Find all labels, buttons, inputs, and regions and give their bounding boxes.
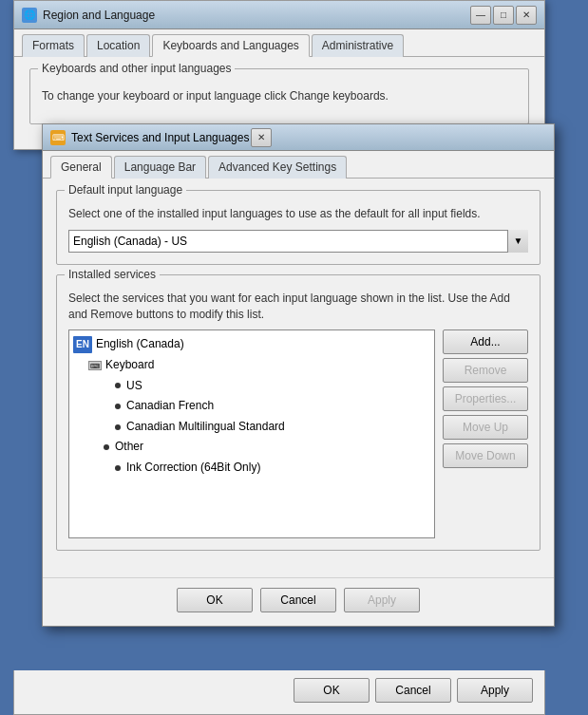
properties-button[interactable]: Properties...	[443, 386, 528, 411]
bullet-icon	[115, 465, 121, 471]
keyboard-icon: ⌨	[88, 361, 102, 370]
inner-content: Default input language Select one of the…	[43, 179, 554, 574]
bullet-icon	[115, 404, 121, 409]
installed-services-group: Installed services Select the services t…	[56, 274, 541, 552]
keyboards-group-box: Keyboards and other input languages To c…	[29, 68, 529, 124]
window-icon: 🌐	[22, 8, 37, 23]
tree-item-ink-correction[interactable]: Ink Correction (64Bit Only)	[73, 458, 430, 479]
outer-titlebar: 🌐 Region and Language — □ ✕	[14, 1, 544, 29]
en-badge: EN	[73, 336, 92, 353]
default-lang-dropdown[interactable]: English (Canada) - US	[68, 230, 528, 253]
apply-button[interactable]: Apply	[344, 588, 420, 612]
tree-root-item[interactable]: ENEnglish (Canada)	[73, 334, 430, 355]
outer-window-title: Region and Language	[43, 9, 468, 22]
side-buttons: Add... Remove Properties... Move Up Move…	[443, 329, 528, 538]
outer-ok-button-visible[interactable]: OK	[294, 678, 370, 703]
minimize-button[interactable]: —	[470, 6, 491, 25]
inner-tab-bar: General Language Bar Advanced Key Settin…	[43, 151, 554, 179]
outer-tab-bar: Formats Location Keyboards and Languages…	[14, 29, 544, 57]
tree-item-canadian-multilingual[interactable]: Canadian Multilingual Standard	[73, 417, 430, 438]
tree-item-us[interactable]: US	[73, 376, 430, 397]
tab-language-bar[interactable]: Language Bar	[114, 156, 206, 179]
cancel-button[interactable]: Cancel	[260, 588, 336, 612]
inner-window-icon: ⌨	[50, 130, 66, 145]
tab-keyboards-and-languages[interactable]: Keyboards and Languages	[152, 34, 309, 57]
keyboards-group-legend: Keyboards and other input languages	[38, 62, 235, 75]
keyboards-section-text: To change your keyboard or input languag…	[42, 88, 517, 104]
bullet-icon	[104, 444, 109, 450]
tree-item-canadian-french[interactable]: Canadian French	[73, 396, 430, 417]
outer-cancel-button-visible[interactable]: Cancel	[375, 678, 451, 703]
inner-close-button[interactable]: ✕	[251, 128, 272, 147]
services-tree[interactable]: ENEnglish (Canada) ⌨Keyboard US Canadian…	[68, 329, 435, 538]
inner-titlebar: ⌨ Text Services and Input Languages ✕	[43, 124, 554, 151]
text-services-dialog: ⌨ Text Services and Input Languages ✕ Ge…	[42, 123, 555, 627]
bullet-icon	[115, 383, 121, 388]
move-down-button[interactable]: Move Down	[443, 443, 528, 468]
tab-general[interactable]: General	[50, 156, 112, 179]
installed-layout: ENEnglish (Canada) ⌨Keyboard US Canadian…	[68, 329, 528, 538]
add-button[interactable]: Add...	[443, 329, 528, 354]
tab-location[interactable]: Location	[86, 34, 150, 57]
installed-services-legend: Installed services	[65, 268, 160, 281]
tree-keyboard-group[interactable]: ⌨Keyboard	[73, 355, 430, 376]
outer-apply-button-visible[interactable]: Apply	[457, 678, 533, 703]
tab-formats[interactable]: Formats	[22, 34, 85, 57]
dialog-footer: OK Cancel Apply	[43, 577, 554, 626]
close-button[interactable]: ✕	[516, 6, 537, 25]
default-lang-desc: Select one of the installed input langua…	[68, 206, 528, 222]
default-lang-group: Default input language Select one of the…	[56, 190, 541, 265]
tree-other-group[interactable]: Other	[73, 437, 430, 458]
tab-administrative[interactable]: Administrative	[312, 34, 404, 57]
move-up-button[interactable]: Move Up	[443, 415, 528, 440]
ok-button[interactable]: OK	[177, 588, 253, 612]
default-lang-dropdown-wrapper: English (Canada) - US ▼	[68, 230, 528, 253]
outer-bottom-bar: OK Cancel Apply	[13, 670, 545, 715]
default-lang-legend: Default input language	[65, 183, 186, 197]
remove-button[interactable]: Remove	[443, 358, 528, 383]
maximize-button[interactable]: □	[493, 6, 514, 25]
tab-advanced-key-settings[interactable]: Advanced Key Settings	[208, 156, 347, 179]
installed-services-desc: Select the services that you want for ea…	[68, 291, 528, 323]
inner-window-title: Text Services and Input Languages	[71, 131, 249, 144]
bullet-icon	[115, 424, 121, 430]
